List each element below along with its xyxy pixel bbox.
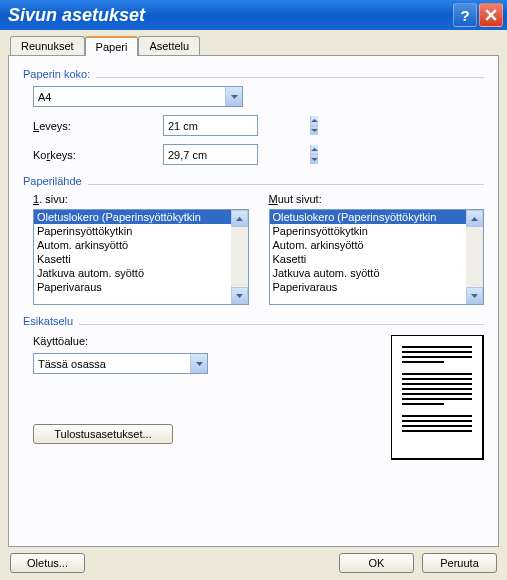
preview-group: Esikatselu Käyttöalue:Käyttöalue: Tulost…	[23, 315, 484, 460]
list-item[interactable]: Autom. arkinsyöttö	[34, 238, 231, 252]
tab-layout[interactable]: Asettelu	[138, 36, 200, 55]
dialog-body: Reunukset Paperi Asettelu Paperin koko:	[0, 30, 507, 580]
ok-button[interactable]: OK	[339, 553, 414, 573]
list-item[interactable]: Oletuslokero (Paperinsyöttökytkin	[34, 210, 231, 224]
scroll-up-icon[interactable]	[466, 210, 483, 227]
width-spin[interactable]	[163, 115, 258, 136]
width-value[interactable]	[164, 120, 310, 132]
list-item[interactable]: Oletuslokero (Paperinsyöttökytkin	[270, 210, 467, 224]
width-spin-up[interactable]	[311, 116, 318, 126]
titlebar: Sivun asetukset ?	[0, 0, 507, 30]
tab-pane: Paperin koko: LLeveys:eveys:	[8, 55, 499, 547]
chevron-down-icon[interactable]	[190, 354, 207, 373]
scroll-down-icon[interactable]	[231, 287, 248, 304]
height-label: Korkeys:Korkeys:	[33, 149, 163, 161]
paper-size-label: Paperin koko:	[23, 68, 90, 80]
height-spin-up[interactable]	[311, 145, 318, 155]
scroll-up-icon[interactable]	[231, 210, 248, 227]
width-label: LLeveys:eveys:	[33, 120, 163, 132]
other-pages-listbox[interactable]: Oletuslokero (PaperinsyöttökytkinPaperin…	[269, 209, 485, 305]
height-spin-down[interactable]	[311, 155, 318, 164]
scrollbar[interactable]	[466, 210, 483, 304]
dialog-buttons: Oletus... OK Peruuta	[10, 553, 497, 573]
default-button[interactable]: Oletus...	[10, 553, 85, 573]
first-page-listbox[interactable]: Oletuslokero (PaperinsyöttökytkinPaperin…	[33, 209, 249, 305]
paper-source-group: Paperilähde 1. sivu:1. sivu: Oletusloker…	[23, 175, 484, 305]
other-pages-label: Muut sivut:Muut sivut:	[269, 193, 485, 205]
help-button[interactable]: ?	[453, 3, 477, 27]
list-item[interactable]: Paperivaraus	[34, 280, 231, 294]
list-item[interactable]: Jatkuva autom. syöttö	[34, 266, 231, 280]
print-settings-button[interactable]: Tulostusasetukset...	[33, 424, 173, 444]
list-item[interactable]: Autom. arkinsyöttö	[270, 238, 467, 252]
scope-label: Käyttöalue:Käyttöalue:	[33, 335, 371, 347]
paper-size-group: Paperin koko: LLeveys:eveys:	[23, 68, 484, 165]
tab-paper[interactable]: Paperi	[85, 36, 139, 56]
scope-combo[interactable]	[33, 353, 208, 374]
list-item[interactable]: Jatkuva autom. syöttö	[270, 266, 467, 280]
list-item[interactable]: Paperinsyöttökytkin	[270, 224, 467, 238]
cancel-button[interactable]: Peruuta	[422, 553, 497, 573]
list-item[interactable]: Paperinsyöttökytkin	[34, 224, 231, 238]
window-title: Sivun asetukset	[8, 5, 451, 26]
paper-size-combo[interactable]	[33, 86, 243, 107]
first-page-label: 1. sivu:1. sivu:	[33, 193, 249, 205]
height-value[interactable]	[164, 149, 310, 161]
paper-source-label: Paperilähde	[23, 175, 82, 187]
scroll-down-icon[interactable]	[466, 287, 483, 304]
paper-size-value[interactable]	[34, 91, 225, 103]
scrollbar[interactable]	[231, 210, 248, 304]
height-spin[interactable]	[163, 144, 258, 165]
close-button[interactable]	[479, 3, 503, 27]
close-icon	[485, 9, 497, 21]
preview-page-icon	[391, 335, 484, 460]
tabs: Reunukset Paperi Asettelu	[10, 36, 499, 55]
width-spin-down[interactable]	[311, 126, 318, 135]
chevron-down-icon[interactable]	[225, 87, 242, 106]
list-item[interactable]: Kasetti	[270, 252, 467, 266]
help-icon: ?	[460, 7, 469, 24]
scope-value[interactable]	[34, 358, 190, 370]
list-item[interactable]: Paperivaraus	[270, 280, 467, 294]
preview-label: Esikatselu	[23, 315, 73, 327]
tab-margins[interactable]: Reunukset	[10, 36, 85, 55]
list-item[interactable]: Kasetti	[34, 252, 231, 266]
